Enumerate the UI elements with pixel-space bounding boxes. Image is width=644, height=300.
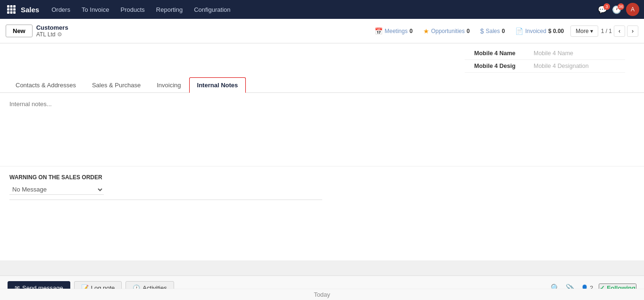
activities-button[interactable]: 🕐 Activities [125, 281, 174, 285]
invoice-icon: 📄 [515, 27, 523, 35]
nav-brand: Sales [21, 6, 39, 14]
breadcrumb-sub: ATL Ltd ⚙ [36, 31, 68, 38]
tab-bar: Contacts & Addresses Sales & Purchase In… [0, 77, 644, 93]
send-message-button[interactable]: ✉ Send message [8, 281, 70, 285]
next-page-button[interactable]: › [627, 25, 638, 37]
opportunities-button[interactable]: ★ Opportunities 0 [419, 25, 474, 37]
svg-rect-1 [10, 5, 13, 8]
svg-rect-0 [7, 5, 9, 8]
gear-icon[interactable]: ⚙ [57, 31, 62, 38]
breadcrumb: Customers ATL Ltd ⚙ [36, 24, 68, 38]
mobile4desig-field: Mobile 4 Desig Mobile 4 Designation [465, 60, 625, 73]
followers-count: 👤 2 [581, 284, 593, 285]
new-button[interactable]: New [6, 25, 33, 37]
sales-button[interactable]: $ Sales 0 [477, 25, 509, 37]
svg-rect-8 [13, 11, 16, 14]
messages-icon[interactable]: 💬 3 [598, 5, 607, 14]
nav-orders[interactable]: Orders [47, 4, 75, 15]
toolbar-actions: 📅 Meetings 0 ★ Opportunities 0 $ Sales 0… [371, 25, 638, 37]
nav-icons: 💬 3 🕐 36 A [598, 3, 639, 16]
clock-badge: 36 [618, 3, 624, 10]
bottom-right-icons: 🔍 📎 👤 2 ✓ Following [551, 283, 636, 285]
following-button[interactable]: ✓ Following [599, 283, 636, 285]
user-avatar[interactable]: A [626, 3, 639, 16]
messages-badge: 3 [603, 3, 610, 10]
check-icon: ✓ [600, 284, 605, 285]
calendar-icon: 📅 [375, 27, 383, 35]
dollar-icon: $ [480, 27, 484, 35]
mobile4name-field: Mobile 4 Name Mobile 4 Name [465, 47, 625, 60]
warning-title: WARNING ON THE SALES ORDER [9, 174, 635, 181]
tab-internal-notes[interactable]: Internal Notes [189, 77, 246, 93]
mobile4desig-label: Mobile 4 Desig [474, 63, 531, 69]
nav-products[interactable]: Products [116, 4, 149, 15]
followers-icon: 👤 [581, 284, 588, 285]
internal-notes-textarea[interactable] [9, 100, 635, 157]
search-icon[interactable]: 🔍 [551, 283, 560, 285]
nav-to-invoice[interactable]: To Invoice [77, 4, 114, 15]
svg-rect-4 [10, 8, 13, 11]
note-icon: 📝 [81, 284, 89, 285]
svg-rect-3 [7, 8, 9, 11]
log-note-button[interactable]: 📝 Log note [74, 281, 122, 285]
main-content: Mobile 4 Name Mobile 4 Name Mobile 4 Des… [0, 43, 644, 260]
star-icon: ★ [423, 27, 429, 35]
mobile4name-label: Mobile 4 Name [474, 50, 531, 57]
envelope-icon: ✉ [15, 284, 20, 285]
nav-configuration[interactable]: Configuration [189, 4, 235, 15]
more-button[interactable]: More ▾ [570, 25, 598, 37]
meetings-button[interactable]: 📅 Meetings 0 [371, 25, 416, 37]
tab-contacts[interactable]: Contacts & Addresses [8, 77, 84, 93]
toolbar: New Customers ATL Ltd ⚙ 📅 Meetings 0 ★ O… [0, 19, 644, 43]
clock-activities-icon: 🕐 [133, 284, 140, 285]
nav-links: Orders To Invoice Products Reporting Con… [47, 4, 235, 15]
mobile4name-value[interactable]: Mobile 4 Name [531, 49, 576, 58]
top-navigation: Sales Orders To Invoice Products Reporti… [0, 0, 644, 19]
warning-select[interactable]: No Message [9, 184, 104, 195]
nav-reporting[interactable]: Reporting [151, 4, 187, 15]
tab-content-internal-notes [0, 93, 644, 166]
attachment-icon[interactable]: 📎 [566, 283, 575, 285]
clock-icon[interactable]: 🕐 36 [612, 5, 621, 14]
chevron-down-icon: ▾ [590, 28, 593, 34]
breadcrumb-title: Customers [36, 24, 68, 31]
svg-rect-2 [13, 5, 16, 8]
invoiced-button[interactable]: 📄 Invoiced $ 0.00 [511, 25, 568, 37]
svg-rect-5 [13, 8, 16, 11]
mobile4desig-value[interactable]: Mobile 4 Designation [531, 62, 592, 70]
apps-icon[interactable] [5, 3, 18, 16]
tab-invoicing[interactable]: Invoicing [149, 77, 189, 93]
svg-rect-7 [10, 11, 13, 14]
tab-sales-purchase[interactable]: Sales & Purchase [84, 77, 149, 93]
warning-section: WARNING ON THE SALES ORDER No Message [0, 166, 644, 208]
prev-page-button[interactable]: ‹ [614, 25, 625, 37]
pagination: 1 / 1 ‹ › [601, 25, 638, 37]
bottom-bar: ✉ Send message 📝 Log note 🕐 Activities 🔍… [0, 275, 644, 285]
svg-rect-6 [7, 11, 9, 14]
